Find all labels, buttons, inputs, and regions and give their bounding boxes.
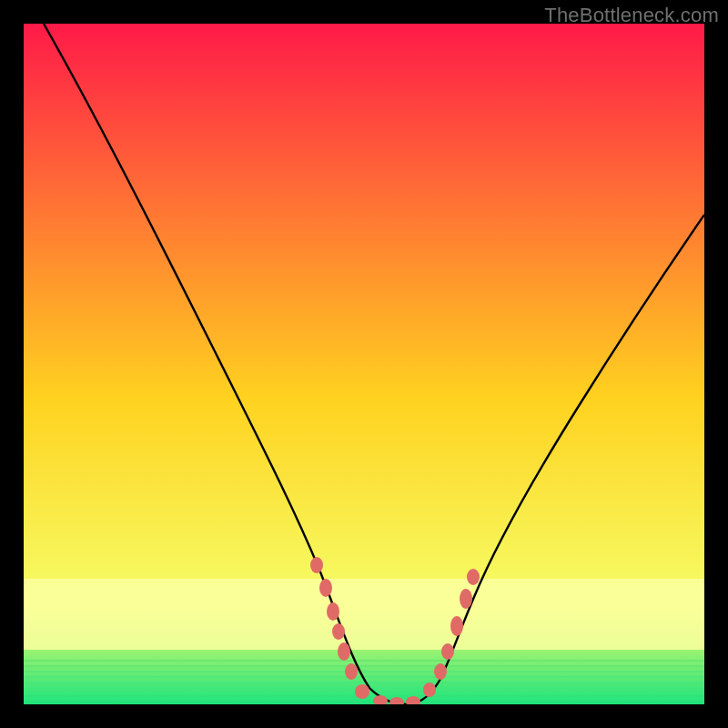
svg-point-12 — [338, 642, 350, 661]
chart-svg — [24, 24, 704, 704]
svg-point-10 — [327, 602, 339, 621]
svg-point-11 — [332, 623, 345, 640]
svg-point-9 — [319, 579, 332, 597]
chart-plot-area — [24, 24, 704, 704]
svg-point-18 — [423, 682, 436, 697]
watermark-text: TheBottleneck.com — [544, 4, 719, 27]
svg-point-19 — [434, 663, 447, 680]
pale-band — [24, 579, 704, 650]
outer-frame: TheBottleneck.com — [0, 0, 728, 728]
svg-point-13 — [345, 663, 358, 680]
svg-point-23 — [467, 569, 480, 585]
svg-point-22 — [460, 589, 472, 609]
svg-point-14 — [355, 684, 369, 699]
svg-point-8 — [310, 557, 323, 573]
svg-point-21 — [450, 616, 463, 636]
svg-point-20 — [441, 643, 454, 660]
